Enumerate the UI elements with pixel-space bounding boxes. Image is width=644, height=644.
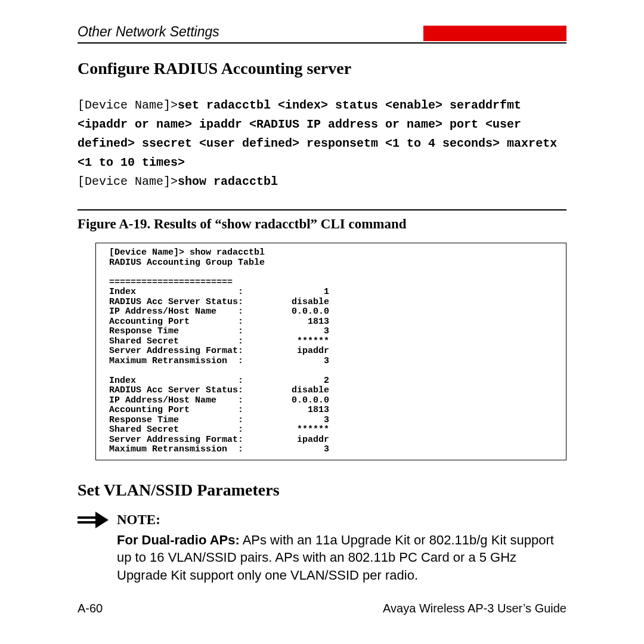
heading-configure-radius: Configure RADIUS Accounting server	[78, 59, 566, 78]
cli-show-command: show radacctbl	[178, 175, 278, 188]
page-number: A-60	[78, 602, 103, 615]
cli-prompt: [Device Name]>	[78, 98, 178, 112]
note-lead-in: For Dual-radio APs:	[117, 532, 240, 547]
header-rule	[78, 42, 566, 44]
note-block: NOTE: For Dual-radio APs: APs with an 11…	[78, 510, 566, 584]
cli-command-block: [Device Name]>set radacctbl <index> stat…	[78, 96, 566, 191]
cli-prompt: [Device Name]>	[78, 175, 178, 188]
figure-top-rule	[78, 209, 566, 210]
svg-marker-2	[95, 512, 109, 528]
note-body: NOTE: For Dual-radio APs: APs with an 11…	[117, 510, 566, 584]
document-page: Other Network Settings Configure RADIUS …	[0, 0, 644, 644]
note-label: NOTE:	[117, 510, 566, 529]
svg-rect-0	[78, 516, 95, 519]
console-output-box: [Device Name]> show radacctbl RADIUS Acc…	[95, 243, 566, 460]
figure-caption: Figure A-19. Results of “show radacctbl”…	[78, 216, 566, 232]
brand-bar	[423, 26, 566, 41]
page-footer: A-60 Avaya Wireless AP-3 User’s Guide	[78, 602, 566, 615]
section-title: Other Network Settings	[78, 24, 411, 40]
arrow-right-icon	[78, 512, 109, 531]
page-header: Other Network Settings	[78, 24, 566, 40]
svg-rect-1	[78, 521, 95, 524]
doc-title: Avaya Wireless AP-3 User’s Guide	[383, 602, 566, 615]
heading-set-vlan-ssid: Set VLAN/SSID Parameters	[78, 481, 566, 500]
